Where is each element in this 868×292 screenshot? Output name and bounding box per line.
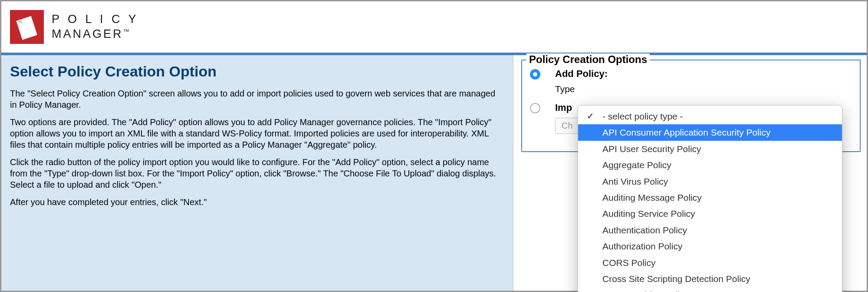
dropdown-item[interactable]: CORS Policy — [578, 255, 842, 271]
dropdown-item[interactable]: Auditing Service Policy — [578, 206, 842, 222]
dropdown-item[interactable]: HTTP Caching Policy — [578, 287, 842, 292]
info-paragraph: Two options are provided. The "Add Polic… — [10, 116, 504, 150]
info-paragraph: The "Select Policy Creation Option" scre… — [10, 88, 504, 110]
brand-line1: P O L I C Y — [52, 12, 139, 27]
dropdown-item[interactable]: - select policy type - — [578, 108, 842, 124]
add-policy-radio[interactable] — [530, 69, 540, 80]
choose-file-button[interactable]: Ch — [555, 118, 579, 134]
info-paragraph: After you have completed your entries, c… — [10, 196, 504, 208]
dropdown-item[interactable]: Aggregate Policy — [578, 157, 842, 173]
app-header: P O L I C Y MANAGER™ — [1, 1, 867, 53]
add-policy-option[interactable]: Add Policy: Type — [530, 68, 852, 94]
dropdown-item[interactable]: API Consumer Application Security Policy — [578, 124, 842, 140]
dropdown-item[interactable]: Auditing Message Policy — [578, 189, 842, 206]
import-policy-radio[interactable] — [530, 103, 540, 113]
fieldset-legend: Policy Creation Options — [526, 53, 650, 66]
dropdown-item[interactable]: Authorization Policy — [578, 238, 842, 254]
add-policy-label: Add Policy: — [555, 68, 852, 80]
info-panel: Select Policy Creation Option The "Selec… — [1, 55, 513, 291]
dropdown-item[interactable]: Authentication Policy — [578, 222, 842, 238]
dropdown-item[interactable]: API User Security Policy — [578, 141, 842, 157]
type-label: Type — [555, 84, 575, 94]
page-title: Select Policy Creation Option — [10, 63, 504, 80]
type-row: Type — [555, 84, 852, 94]
add-policy-body: Add Policy: Type — [555, 68, 852, 94]
brand-text: P O L I C Y MANAGER™ — [52, 12, 139, 42]
brand-line2: MANAGER™ — [52, 27, 139, 42]
dropdown-item[interactable]: Anti Virus Policy — [578, 173, 842, 189]
info-paragraph: Click the radio button of the policy imp… — [10, 156, 504, 190]
app-logo-icon — [10, 10, 44, 44]
dropdown-item[interactable]: Cross Site Scripting Detection Policy — [578, 271, 842, 287]
policy-type-dropdown[interactable]: - select policy type - API Consumer Appl… — [578, 105, 842, 292]
